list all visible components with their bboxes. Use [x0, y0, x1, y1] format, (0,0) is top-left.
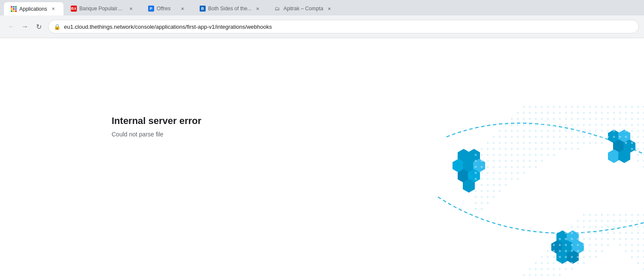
svg-point-73 — [565, 118, 567, 120]
svg-point-98 — [571, 124, 573, 126]
tab-favicon-offres: P — [148, 6, 154, 12]
svg-point-270 — [505, 184, 507, 186]
svg-point-116 — [529, 130, 531, 132]
svg-point-361 — [625, 244, 627, 246]
tab-applications[interactable]: Applications ✕ — [3, 2, 64, 15]
svg-point-352 — [565, 244, 567, 246]
svg-point-224 — [487, 160, 489, 162]
svg-point-351 — [559, 244, 561, 246]
svg-point-234 — [637, 160, 639, 162]
svg-point-88 — [511, 124, 513, 126]
svg-point-154 — [601, 136, 603, 138]
svg-point-170 — [535, 142, 537, 144]
svg-point-43 — [523, 112, 525, 114]
svg-point-94 — [547, 124, 549, 126]
svg-point-87 — [505, 124, 507, 126]
tab-bothsides[interactable]: B Both Sides of the... ✕ — [193, 2, 268, 15]
svg-point-37 — [619, 106, 621, 108]
svg-point-177 — [577, 142, 579, 144]
back-button[interactable]: ← — [5, 21, 17, 33]
svg-point-302 — [613, 220, 615, 222]
svg-point-303 — [619, 220, 621, 222]
svg-point-207 — [481, 154, 483, 156]
svg-point-38 — [625, 106, 627, 108]
svg-point-254 — [511, 172, 513, 174]
svg-point-44 — [529, 112, 531, 114]
svg-point-84 — [631, 118, 633, 120]
browser-toolbar: ← → ↻ 🔒 eu1.cloud.thethings.network/cons… — [0, 15, 644, 38]
svg-point-353 — [571, 244, 573, 246]
svg-point-387 — [589, 256, 591, 258]
svg-point-140 — [517, 136, 519, 138]
svg-point-196 — [541, 148, 543, 150]
svg-point-318 — [631, 226, 633, 228]
svg-point-326 — [595, 232, 597, 234]
svg-point-52 — [577, 112, 579, 114]
svg-point-339 — [583, 238, 585, 240]
tab-close-apitrak[interactable]: ✕ — [326, 5, 333, 12]
svg-point-229 — [517, 160, 519, 162]
svg-point-220 — [637, 154, 639, 156]
svg-point-188 — [493, 148, 495, 150]
svg-point-310 — [583, 226, 585, 228]
svg-point-106 — [619, 124, 621, 126]
svg-point-96 — [559, 124, 561, 126]
svg-point-112 — [505, 130, 507, 132]
svg-point-332 — [631, 232, 633, 234]
svg-point-51 — [571, 112, 573, 114]
svg-point-369 — [571, 250, 573, 252]
svg-point-315 — [613, 226, 615, 228]
url-text: eu1.cloud.thethings.network/console/appl… — [64, 24, 633, 30]
svg-point-238 — [487, 166, 489, 168]
svg-point-305 — [631, 220, 633, 222]
svg-point-248 — [475, 172, 477, 174]
svg-point-278 — [487, 196, 489, 198]
svg-point-27 — [559, 106, 561, 108]
tab-apitrak[interactable]: 🗂 Apitrak – Compta ✕ — [268, 2, 340, 15]
svg-point-93 — [541, 124, 543, 126]
svg-point-241 — [505, 166, 507, 168]
browser-chrome: Applications ✕ BX Banque Populaire.... ✕… — [0, 0, 644, 38]
svg-point-114 — [517, 130, 519, 132]
svg-point-29 — [571, 106, 573, 108]
reload-button[interactable]: ↻ — [33, 21, 45, 33]
tab-close-applications[interactable]: ✕ — [50, 6, 57, 12]
svg-point-252 — [499, 172, 501, 174]
svg-point-259 — [487, 178, 489, 180]
address-bar[interactable]: 🔒 eu1.cloud.thethings.network/console/ap… — [48, 20, 639, 33]
svg-point-180 — [595, 142, 597, 144]
tab-banque[interactable]: BX Banque Populaire.... ✕ — [64, 2, 141, 15]
tab-close-banque[interactable]: ✕ — [128, 5, 134, 12]
svg-point-35 — [607, 106, 609, 108]
svg-point-335 — [559, 238, 561, 240]
svg-point-324 — [583, 232, 585, 234]
svg-point-395 — [553, 262, 555, 264]
tab-close-bothsides[interactable]: ✕ — [254, 5, 261, 12]
svg-point-301 — [607, 220, 609, 222]
svg-point-346 — [625, 238, 627, 240]
svg-point-193 — [523, 148, 525, 150]
svg-point-328 — [607, 232, 609, 234]
svg-point-399 — [577, 262, 579, 264]
svg-point-412 — [523, 274, 525, 276]
svg-point-343 — [607, 238, 609, 240]
svg-point-200 — [565, 148, 567, 150]
svg-point-64 — [511, 118, 513, 120]
svg-point-99 — [577, 124, 579, 126]
tabs-bar: Applications ✕ BX Banque Populaire.... ✕… — [0, 0, 644, 15]
svg-point-218 — [547, 154, 549, 156]
forward-button[interactable]: → — [19, 21, 31, 33]
svg-point-155 — [607, 136, 609, 138]
svg-point-36 — [613, 106, 615, 108]
svg-point-186 — [481, 148, 483, 150]
svg-point-72 — [559, 118, 561, 120]
svg-point-59 — [619, 112, 621, 114]
svg-point-298 — [589, 220, 591, 222]
tab-close-offres[interactable]: ✕ — [179, 5, 186, 12]
svg-point-129 — [607, 130, 609, 132]
tab-offres[interactable]: P Offres ✕ — [141, 2, 193, 15]
svg-point-267 — [487, 184, 489, 186]
svg-point-192 — [517, 148, 519, 150]
svg-point-239 — [493, 166, 495, 168]
svg-point-169 — [529, 142, 531, 144]
